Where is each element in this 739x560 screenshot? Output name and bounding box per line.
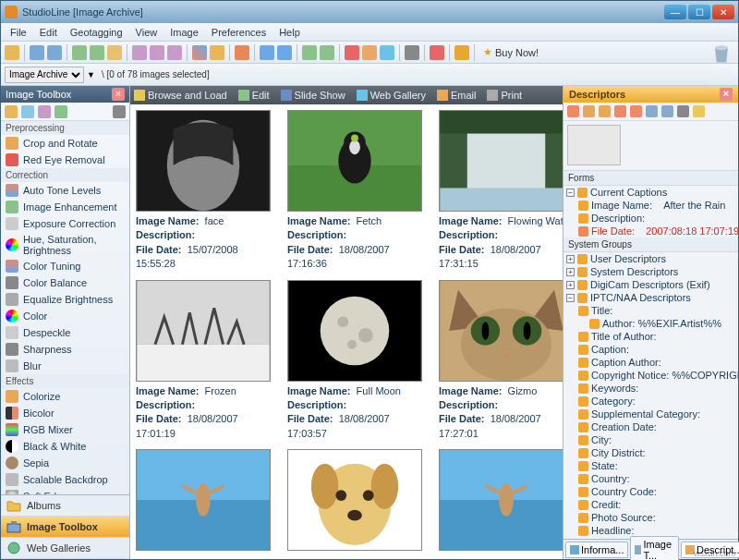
trash-icon[interactable] bbox=[709, 40, 734, 66]
menu-preferences[interactable]: Preferences bbox=[206, 25, 272, 40]
grid3-icon[interactable] bbox=[167, 45, 182, 60]
folder-icon[interactable] bbox=[5, 105, 18, 118]
gallery-item[interactable]: Image Name: Flowing WaterDescription:Fil… bbox=[439, 110, 563, 274]
tool-bicolor[interactable]: Bicolor bbox=[1, 405, 129, 421]
nav-web-galleries[interactable]: Web Galleries bbox=[1, 538, 129, 559]
print-button[interactable]: Print bbox=[487, 90, 522, 101]
thumbnail-fetch[interactable] bbox=[287, 110, 422, 212]
tool-equalize[interactable]: Equalize Brightness bbox=[1, 291, 129, 308]
gallery-item[interactable] bbox=[287, 449, 422, 551]
gallery-item[interactable] bbox=[136, 449, 271, 551]
list-icon[interactable] bbox=[235, 45, 249, 60]
tree-iptc-item[interactable]: City: bbox=[563, 433, 738, 446]
tool-despeckle[interactable]: Despeckle bbox=[1, 324, 129, 341]
tree-description[interactable]: Description: bbox=[563, 212, 738, 225]
tree-iptc-item[interactable]: Country Code: bbox=[563, 485, 738, 498]
close-button[interactable]: ✕ bbox=[712, 5, 734, 19]
nav-image-toolbox[interactable]: Image Toolbox bbox=[1, 517, 129, 538]
view2-icon[interactable] bbox=[90, 45, 104, 60]
tool-backdrop[interactable]: Scalable Backdrop bbox=[1, 471, 129, 488]
thumbnail-beach2[interactable] bbox=[439, 449, 563, 551]
buy-now-button[interactable]: ★Buy Now! bbox=[483, 46, 539, 58]
tree-iptc-item[interactable]: Caption Author: bbox=[563, 356, 738, 369]
tab-descriptors[interactable]: Descript... bbox=[681, 542, 739, 558]
thumbnail-beach1[interactable] bbox=[136, 449, 271, 551]
tree-file-date[interactable]: File Date: 2007:08:18 17:07:19 bbox=[563, 225, 738, 237]
thumbnail-water[interactable] bbox=[439, 110, 563, 212]
close-descriptors-button[interactable]: × bbox=[720, 88, 733, 101]
select-icon[interactable] bbox=[210, 45, 224, 60]
browse-load-button[interactable]: Browse and Load bbox=[134, 90, 227, 101]
rotate-right-icon[interactable] bbox=[320, 45, 334, 60]
filter-icon[interactable] bbox=[405, 45, 419, 60]
cut-icon[interactable] bbox=[30, 45, 44, 60]
tree-iptc-descriptors[interactable]: −IPTC/NAA Descriptors bbox=[563, 291, 738, 304]
delete-icon[interactable] bbox=[113, 105, 126, 118]
tag2-icon[interactable] bbox=[362, 45, 377, 60]
thumbnail-dog[interactable] bbox=[287, 449, 422, 551]
tree-iptc-item[interactable]: City District: bbox=[563, 446, 738, 459]
slideshow-button[interactable]: Slide Show bbox=[281, 90, 345, 101]
tool-sepia[interactable]: Sepia bbox=[1, 455, 129, 471]
menu-image[interactable]: Image bbox=[164, 25, 204, 40]
tree-image-name[interactable]: Image Name: After the Rain bbox=[563, 199, 738, 212]
tool-color-tuning[interactable]: Color Tuning bbox=[1, 258, 129, 274]
menu-help[interactable]: Help bbox=[273, 25, 306, 40]
pencil-icon[interactable] bbox=[55, 105, 67, 118]
nav-albums[interactable]: Albums bbox=[1, 495, 129, 517]
tree-iptc-item[interactable]: Supplemental Category: bbox=[563, 408, 738, 420]
undo-icon[interactable] bbox=[260, 45, 274, 60]
menu-view[interactable]: View bbox=[130, 25, 164, 40]
maximize-button[interactable]: ☐ bbox=[688, 5, 710, 19]
tree-iptc-item[interactable]: Author: %%EXIF.Artist%% bbox=[563, 317, 738, 330]
tree-iptc-item[interactable]: Credit: bbox=[563, 498, 738, 511]
thumbnail-frozen[interactable] bbox=[136, 280, 271, 382]
paste-desc-icon[interactable] bbox=[661, 105, 673, 117]
copy-icon[interactable] bbox=[47, 45, 62, 60]
rotate-left-icon[interactable] bbox=[302, 45, 317, 60]
tree-iptc-item[interactable]: Country: bbox=[563, 472, 738, 485]
tag-icon[interactable] bbox=[345, 45, 359, 60]
tree-iptc-item[interactable]: Title: bbox=[563, 304, 738, 317]
thumbnail-gizmo[interactable] bbox=[439, 280, 563, 382]
tool-soft-edge[interactable]: Soft Edge bbox=[1, 488, 129, 494]
close-panel-button[interactable]: × bbox=[112, 88, 125, 101]
gallery-item[interactable]: Image Name: faceDescription:File Date: 1… bbox=[136, 110, 271, 274]
tree-iptc-item[interactable]: Photo Source: bbox=[563, 511, 738, 524]
export-icon[interactable] bbox=[454, 45, 469, 60]
menu-geotagging[interactable]: Geotagging bbox=[65, 25, 128, 40]
tree-iptc-item[interactable]: Category: bbox=[563, 395, 738, 408]
tool-exposure[interactable]: Exposure Correction bbox=[1, 215, 129, 232]
redo-icon[interactable] bbox=[277, 45, 292, 60]
tree-iptc-item[interactable]: Caption: bbox=[563, 343, 738, 356]
tool-auto-tone[interactable]: Auto Tone Levels bbox=[1, 182, 129, 199]
tag3-icon[interactable] bbox=[380, 45, 394, 60]
tool-sharpness[interactable]: Sharpness bbox=[1, 341, 129, 358]
view-icon[interactable] bbox=[72, 45, 87, 60]
toolbar-icon[interactable] bbox=[5, 45, 19, 60]
copy-desc-icon[interactable] bbox=[646, 105, 658, 117]
tree-system-descriptors[interactable]: +System Descriptors bbox=[563, 265, 738, 278]
tool-colorize[interactable]: Colorize bbox=[1, 388, 129, 405]
gallery-item[interactable]: Image Name: FetchDescription:File Date: … bbox=[287, 110, 422, 274]
tab-image-toolbox[interactable]: Image T... bbox=[630, 536, 679, 561]
gear-icon[interactable] bbox=[630, 105, 642, 117]
tree-iptc-item[interactable]: Keywords: bbox=[563, 382, 738, 395]
tool-rgb-mixer[interactable]: RGB Mixer bbox=[1, 421, 129, 438]
tool-color[interactable]: Color bbox=[1, 308, 129, 324]
archive-selector[interactable]: Image Archive bbox=[5, 67, 84, 83]
tool-crop-rotate[interactable]: Crop and Rotate bbox=[1, 135, 129, 152]
minimize-button[interactable]: — bbox=[664, 5, 686, 19]
tool-color-balance[interactable]: Color Balance bbox=[1, 274, 129, 291]
nav-next-icon[interactable] bbox=[599, 105, 611, 117]
view3-icon[interactable] bbox=[107, 45, 122, 60]
infinity-icon[interactable] bbox=[192, 45, 207, 60]
list-desc-icon[interactable] bbox=[693, 105, 705, 117]
tool-enhancement[interactable]: Image Enhancement bbox=[1, 199, 129, 215]
gallery-item[interactable] bbox=[439, 449, 563, 551]
email-button[interactable]: Email bbox=[437, 90, 477, 101]
tree-digicam-descriptors[interactable]: +DigiCam Descriptors (Exif) bbox=[563, 278, 738, 291]
tool-hsb[interactable]: Hue, Saturation, Brightness bbox=[1, 232, 129, 258]
menu-file[interactable]: File bbox=[5, 25, 32, 40]
paint-icon[interactable] bbox=[38, 105, 51, 118]
